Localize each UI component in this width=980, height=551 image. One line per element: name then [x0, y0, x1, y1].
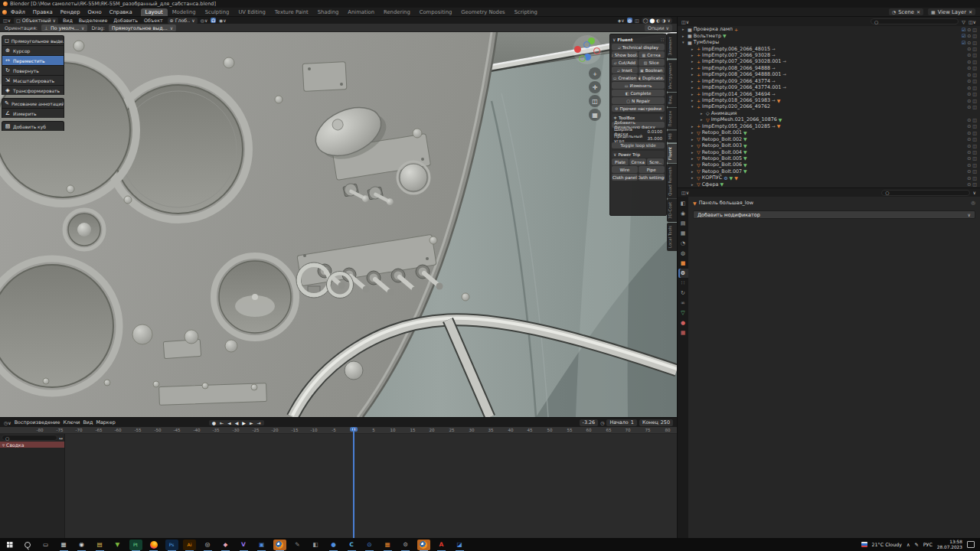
v-green-app-icon[interactable]: ▼ [111, 540, 124, 550]
power-app-icon[interactable]: ⊙ [363, 540, 376, 550]
render-camera-icon[interactable]: ◫ [972, 149, 977, 155]
outliner-row[interactable]: ▸ ▽ Retopo_Bolt.007 ▼ ⊙ ◫ [678, 168, 980, 174]
explorer-icon[interactable]: ▤ [93, 540, 106, 550]
tool-rotate[interactable]: ↻ Повернуть [2, 65, 64, 75]
timeline-menu[interactable]: Воспроизведение [15, 419, 60, 425]
expand-arrow-icon[interactable]: ▸ [691, 98, 695, 103]
expand-arrow-icon[interactable]: ▸ [701, 111, 704, 116]
transport-button[interactable]: ⇥ [256, 420, 263, 425]
outliner-row[interactable]: ▸ + ImpEmpty.008_2066_94888 → ⊙ ◫ [678, 65, 980, 71]
pen-app-icon[interactable]: ✎ [291, 540, 304, 550]
render-camera-icon[interactable]: ◫ [972, 117, 977, 122]
clock[interactable]: 13:58 28.07.2023 [937, 540, 962, 549]
visibility-eye-icon[interactable]: ⊙ [967, 91, 971, 96]
weather-temp[interactable]: 21°C Cloudy [872, 542, 902, 547]
render-camera-icon[interactable]: ◫ [972, 162, 977, 168]
tab-view-layer[interactable]: ▦ [678, 229, 688, 238]
render-camera-icon[interactable]: ◫ [972, 27, 977, 32]
workspace-tab[interactable]: Sculpting [201, 8, 234, 16]
gizmos-dropdown-icon[interactable]: ◈∨ [618, 18, 625, 23]
viewport-menu[interactable]: Выделение [77, 18, 109, 23]
snap-magnet-icon[interactable]: Ω [211, 18, 216, 23]
expand-arrow-icon[interactable]: ▸ [691, 143, 695, 148]
outliner-row[interactable]: ▸ ▽ Retopo_Bolt.001 ▼ ⊙ ◫ [678, 129, 980, 135]
navigation-gizmo[interactable] [573, 35, 602, 64]
shading-solid-icon[interactable]: ⬤ [649, 18, 655, 23]
scene-unlink-icon[interactable]: ✕ [916, 9, 920, 15]
n-panel-tab[interactable]: Local Tools [667, 223, 677, 251]
object-name[interactable]: Проверка ламп [694, 26, 733, 32]
visibility-eye-icon[interactable]: ⊙ [967, 143, 971, 148]
photos-app-icon[interactable]: ◉ [75, 540, 88, 550]
v-purple-app-icon[interactable]: V [237, 540, 250, 550]
tab-output[interactable]: ▤ [678, 219, 688, 228]
tool-move[interactable]: ↔ Переместить [2, 55, 64, 65]
outliner-search-input[interactable] [878, 19, 955, 24]
calculator-icon[interactable]: ▦ [57, 540, 70, 550]
transport-button[interactable]: ◄ [226, 420, 233, 425]
render-camera-icon[interactable]: ◫ [972, 130, 977, 135]
render-camera-icon[interactable]: ◫ [972, 40, 977, 45]
tool-scale[interactable]: ⇲ Масштабировать [2, 75, 64, 85]
n-panel-tab[interactable]: Fluent [667, 144, 677, 163]
visibility-eye-icon[interactable]: ⊙ [967, 59, 971, 64]
object-name[interactable]: ImpEmpty.020_2066_49762 [702, 103, 770, 109]
outliner-row[interactable]: ▾ ▦ Тумблеры ☑ ⊙ ◫ [678, 39, 980, 45]
tab-object[interactable]: ■ [678, 259, 688, 268]
filter-funnel-icon[interactable]: ▽ [962, 19, 965, 24]
outliner-row[interactable]: ▸ ▽ ImpMesh.021_2066_10876 ▼ ⊙ ◫ [678, 116, 980, 122]
workspace-tab[interactable]: Layout [141, 8, 168, 16]
visibility-eye-icon[interactable]: ⊙ [967, 98, 971, 103]
panel-drag-dots-icon[interactable]: ∷ [661, 37, 664, 42]
scene-selector[interactable]: ◔ Scene ✕ [889, 8, 923, 15]
transport-button[interactable]: ► [248, 420, 255, 425]
visibility-eye-icon[interactable]: ⊙ [967, 117, 971, 122]
perspective-toggle-icon[interactable]: ▦ [589, 109, 601, 121]
viewport-menu[interactable]: Объект [142, 18, 165, 23]
photoshop-icon[interactable]: Ps [165, 540, 178, 550]
outliner-row[interactable]: ▸ + ImpEmpty.006_2066_48015 → ⊙ ◫ [678, 45, 980, 51]
notification-center-icon[interactable] [967, 541, 975, 548]
outliner-row[interactable]: ▸ ▦ Проверка ламп + ☑ ⊙ ◫ [678, 26, 980, 32]
object-name[interactable]: Retopo_Bolt.007 [702, 168, 742, 174]
power-trip-section-header[interactable]: ∨ Power Trip [612, 151, 665, 158]
tab-tool[interactable]: ◧ [678, 199, 688, 208]
frame-end-field[interactable]: Конец250 [639, 419, 673, 426]
substance-painter-icon[interactable]: Pt [129, 540, 142, 550]
timeline-menu[interactable]: Ключи [63, 419, 80, 425]
expand-arrow-icon[interactable]: ▸ [691, 150, 695, 155]
tool-cursor[interactable]: ⊕ Курсор [2, 45, 64, 55]
fluent-button[interactable]: ▦ Сетка [639, 51, 665, 58]
channel-search[interactable]: ○ [2, 435, 57, 441]
fluent-button[interactable]: ▭ Creation [612, 74, 638, 81]
fluent-button[interactable]: ▢ N Repair [612, 97, 665, 104]
power-trip-button[interactable]: Plate [612, 158, 629, 165]
workspace-tab[interactable]: Scripting [510, 8, 542, 16]
n-panel-tab[interactable]: Элемент [667, 34, 677, 59]
tab-data[interactable]: ▽ [678, 308, 688, 318]
tab-world[interactable]: ◍ [678, 249, 688, 258]
outliner-row[interactable]: ▸ ▽ Retopo_Bolt.004 ▼ ⊙ ◫ [678, 148, 980, 155]
expand-arrow-icon[interactable]: ▸ [691, 124, 695, 129]
tab-scene[interactable]: ◔ [678, 239, 688, 248]
collection-checkbox-icon[interactable]: ☑ [962, 40, 965, 45]
n-panel-tab[interactable]: Полезн [667, 108, 677, 130]
tab-modifiers[interactable]: ⚙ [678, 269, 688, 278]
visibility-eye-icon[interactable]: ⊙ [967, 52, 971, 57]
use-preview-range-icon[interactable]: ◷ [600, 420, 604, 425]
render-camera-icon[interactable]: ◫ [972, 155, 977, 161]
outliner-row[interactable]: ▸ ▦ Вольтметр ▼ ☑ ⊙ ◫ [678, 32, 980, 38]
overlays-toggle-icon[interactable]: ◍ [627, 18, 632, 23]
visibility-eye-icon[interactable]: ⊙ [967, 123, 971, 129]
tool-box-select[interactable]: ◻ Прямоугольное выделен… [2, 35, 64, 45]
outliner-row[interactable]: ▾ + ImpEmpty.020_2066_49762 ⊙ ◫ [678, 103, 980, 109]
grid-app-icon[interactable]: ▦ [381, 540, 394, 550]
properties-search[interactable]: ○ [881, 190, 969, 196]
outliner-row[interactable]: ▸ + ImpEmpty.009_2066_43774 → ⊙ ◫ [678, 78, 980, 84]
timeline-menu[interactable]: Вид [83, 419, 93, 425]
fluent-button[interactable]: ◧ Complete [612, 90, 665, 96]
render-camera-icon[interactable]: ◫ [972, 136, 977, 142]
render-camera-icon[interactable]: ◫ [972, 59, 977, 64]
n-panel-tab[interactable]: МВ [667, 130, 677, 142]
settings-gear-icon[interactable]: ⚙ [399, 540, 412, 550]
